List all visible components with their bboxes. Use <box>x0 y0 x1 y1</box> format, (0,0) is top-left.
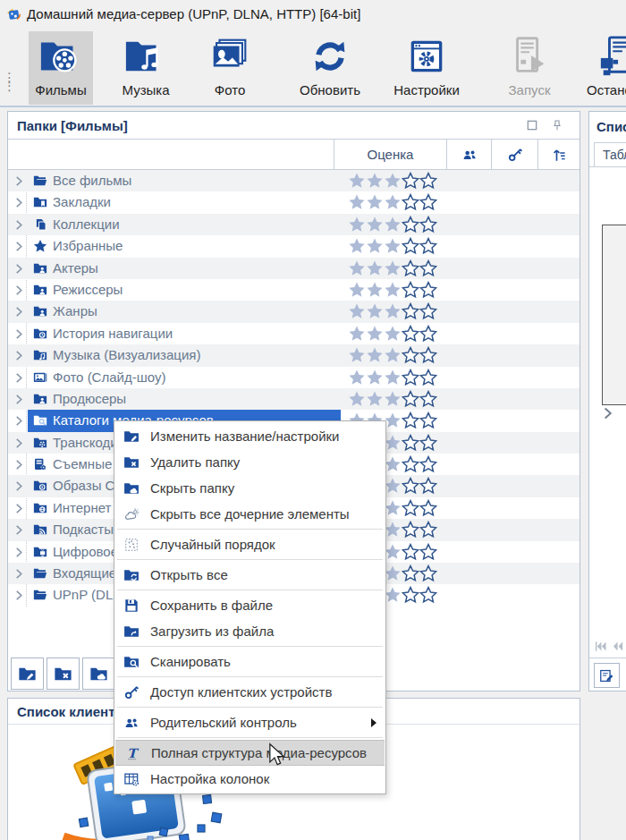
star-empty-icon <box>419 346 437 364</box>
folder-person-icon <box>32 260 48 276</box>
settings-icon <box>404 34 449 79</box>
expand-chevron-icon[interactable] <box>15 176 23 186</box>
context-menu-item[interactable]: TПолная структура медиа-ресурсов <box>115 740 385 766</box>
expand-chevron-icon[interactable] <box>15 547 23 557</box>
rating-stars[interactable] <box>348 302 437 320</box>
tree-row[interactable]: Актеры <box>8 258 579 279</box>
expand-chevron-icon[interactable] <box>15 242 23 251</box>
context-menu-item[interactable]: Скрыть папку <box>114 475 385 501</box>
context-menu-item[interactable]: Родительский контроль <box>114 709 385 735</box>
tree-row[interactable]: Все фильмы <box>8 170 579 191</box>
tree-row[interactable]: Продюсеры <box>8 388 579 410</box>
rating-stars[interactable] <box>348 172 437 190</box>
expand-chevron-icon[interactable] <box>15 460 23 470</box>
rating-stars[interactable] <box>348 259 437 277</box>
footer-folder-delete-button[interactable] <box>47 658 80 690</box>
context-menu-item[interactable]: Загрузить из файла <box>114 618 385 644</box>
rating-stars[interactable] <box>348 390 437 408</box>
toolbar-button-photo[interactable]: Фото <box>193 31 266 105</box>
maximize-icon[interactable] <box>526 119 538 132</box>
footer-folder-hide-button[interactable] <box>82 658 115 690</box>
expand-chevron-icon[interactable] <box>15 395 23 404</box>
expand-chevron-icon[interactable] <box>15 351 23 361</box>
context-menu-item-label: Скрыть папку <box>150 480 234 496</box>
expand-chevron-icon[interactable] <box>15 481 23 491</box>
star-empty-icon <box>419 369 437 386</box>
mouse-cursor <box>268 742 288 769</box>
star-filled-icon <box>384 325 402 343</box>
rating-stars[interactable] <box>348 369 437 386</box>
toolbar-button-label: Фото <box>215 82 245 98</box>
context-menu-item[interactable]: Настройка колонок <box>114 766 385 792</box>
expand-chevron-icon[interactable] <box>15 504 23 513</box>
rating-column-header[interactable]: Оценка <box>334 140 446 169</box>
toolbar-button-films[interactable]: Фильмы <box>29 31 93 105</box>
tree-row[interactable]: Режиссеры <box>8 279 579 301</box>
star-filled-icon <box>384 455 402 473</box>
toolbar-button-server-stop[interactable]: Остановка <box>579 31 626 105</box>
expand-chevron-icon[interactable] <box>15 307 23 317</box>
tree-row[interactable]: Фото (Слайд-шоу) <box>8 367 579 388</box>
tree-row[interactable]: Жанры <box>8 301 579 322</box>
star-filled-icon <box>384 521 402 539</box>
menu-separator <box>117 676 383 677</box>
tree-row[interactable]: Коллекции <box>8 214 579 235</box>
expand-chevron-icon[interactable] <box>15 569 23 579</box>
rating-stars[interactable] <box>348 346 437 364</box>
expand-chevron-icon[interactable] <box>15 373 23 383</box>
preview-box <box>602 225 626 405</box>
rating-stars[interactable] <box>348 193 437 211</box>
pin-icon[interactable] <box>551 119 563 132</box>
toolbar-grip-handle[interactable]: ⋮⋮ <box>3 73 12 89</box>
tree-row[interactable]: Закладки <box>8 191 579 213</box>
context-menu-item[interactable]: Сканировать <box>114 649 385 675</box>
star-empty-icon <box>402 325 419 343</box>
star-empty-icon <box>419 302 437 320</box>
clients-column-header[interactable] <box>446 140 491 169</box>
expand-chevron-icon[interactable] <box>604 407 613 420</box>
expand-chevron-icon[interactable] <box>15 198 23 208</box>
context-menu-item[interactable]: Открыть все <box>114 562 385 588</box>
toolbar-button-refresh[interactable]: Обновить <box>286 31 374 105</box>
prev-page-icon[interactable] <box>613 641 624 651</box>
context-menu-item[interactable]: Случайный порядок <box>114 531 385 557</box>
access-column-header[interactable] <box>491 140 537 169</box>
expand-chevron-icon[interactable] <box>15 220 23 230</box>
context-menu-item-label: Открыть все <box>150 567 228 582</box>
rating-stars[interactable] <box>348 237 437 255</box>
structure-icon: T <box>123 744 141 762</box>
expand-chevron-icon[interactable] <box>15 285 23 295</box>
media-list-panel: Список Таблица <box>588 111 626 692</box>
tree-row[interactable]: История навигации <box>8 323 579 344</box>
toolbar-button-label: Запуск <box>509 82 551 98</box>
star-filled-icon <box>384 172 402 190</box>
star-filled-icon <box>384 412 402 429</box>
rating-stars[interactable] <box>348 281 437 299</box>
tree-row[interactable]: Избранные <box>8 235 579 257</box>
rating-stars[interactable] <box>348 325 437 343</box>
context-menu-item[interactable]: Скрыть все дочерние элементы <box>114 501 385 527</box>
expand-chevron-icon[interactable] <box>15 590 23 600</box>
expand-chevron-icon[interactable] <box>15 329 23 339</box>
expand-chevron-icon[interactable] <box>15 416 23 426</box>
edit-record-button[interactable] <box>594 663 620 688</box>
tree-row[interactable]: Музыка (Визуализация) <box>8 344 579 366</box>
sort-column-header[interactable] <box>537 140 579 169</box>
expand-chevron-icon[interactable] <box>15 525 23 535</box>
context-menu-item[interactable]: Удалить папку <box>114 449 385 475</box>
folders-panel-title: Папки [Фильмы] <box>17 118 128 133</box>
context-menu-item[interactable]: Доступ клиентских устройств <box>114 679 385 705</box>
context-menu-item[interactable]: Сохранить в файле <box>114 592 385 618</box>
toolbar-button-music[interactable]: Музыка <box>107 31 184 105</box>
first-page-icon[interactable] <box>595 641 606 651</box>
toolbar-button-server-start[interactable]: Запуск <box>492 31 567 105</box>
folder-bookmark-icon <box>32 194 48 210</box>
footer-folder-edit-button[interactable] <box>11 658 44 690</box>
tab-table[interactable]: Таблица <box>594 142 626 166</box>
expand-chevron-icon[interactable] <box>15 438 23 448</box>
refresh-icon <box>308 34 352 79</box>
expand-chevron-icon[interactable] <box>15 264 23 274</box>
context-menu-item[interactable]: Изменить название/настройки <box>114 423 385 449</box>
toolbar-button-settings[interactable]: Настройки <box>383 31 470 105</box>
rating-stars[interactable] <box>348 216 437 233</box>
